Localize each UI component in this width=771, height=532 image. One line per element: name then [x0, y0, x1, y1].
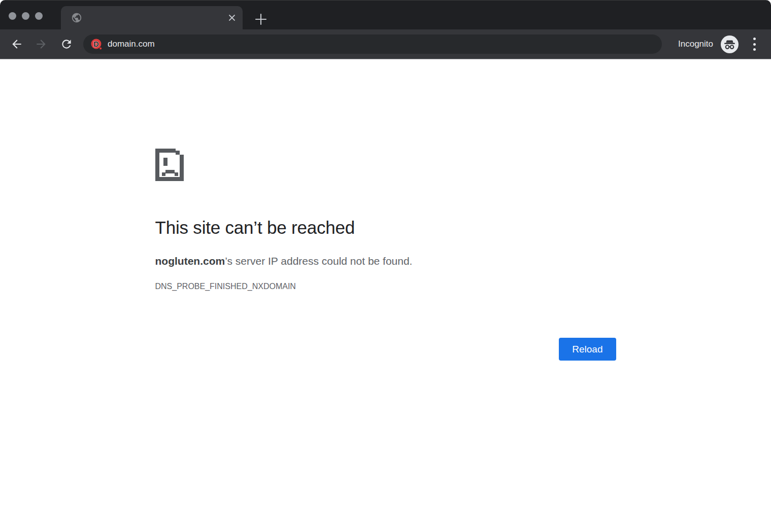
toolbar: D domain.com Incognito [0, 29, 771, 59]
actions-row: Reload [155, 338, 616, 361]
forward-button[interactable] [35, 38, 48, 51]
globe-icon [71, 12, 82, 23]
error-message: nogluten.com’s server IP address could n… [155, 254, 616, 269]
sad-file-icon [155, 149, 184, 181]
error-code: DNS_PROBE_FINISHED_NXDOMAIN [155, 281, 616, 292]
new-tab-button[interactable] [254, 13, 267, 26]
three-dot-menu-icon[interactable] [752, 37, 757, 52]
svg-text:D: D [93, 40, 98, 48]
close-window-button[interactable] [9, 12, 16, 20]
titlebar [0, 0, 771, 29]
error-heading: This site can’t be reached [155, 217, 616, 239]
incognito-label: Incognito [678, 39, 713, 49]
reload-nav-button[interactable] [60, 38, 73, 51]
browser-window: D domain.com Incognito [0, 0, 771, 532]
tab-close-icon[interactable] [227, 13, 237, 22]
incognito-spy-icon [721, 36, 739, 53]
error-message-rest: ’s server IP address could not be found. [225, 255, 412, 267]
address-bar[interactable]: D domain.com [83, 34, 662, 54]
traffic-lights [9, 12, 43, 20]
url-text: domain.com [108, 39, 155, 49]
domain-dot-com-red-d-icon: D [90, 38, 103, 50]
error-domain: nogluten.com [155, 255, 225, 267]
back-button[interactable] [10, 38, 23, 51]
browser-tab[interactable] [61, 6, 243, 29]
minimize-window-button[interactable] [22, 12, 29, 20]
error-page: This site can’t be reached nogluten.com’… [155, 149, 616, 361]
reload-button[interactable]: Reload [559, 338, 616, 361]
zoom-window-button[interactable] [35, 12, 43, 20]
